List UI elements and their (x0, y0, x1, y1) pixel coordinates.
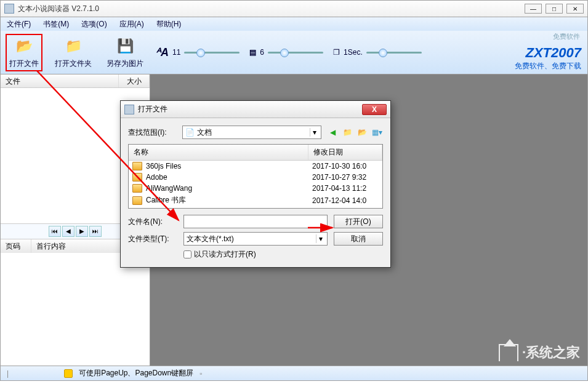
statusbar: | 可使用PageUp、PageDown键翻屏 ▫ (0, 366, 588, 381)
lightbulb-icon (64, 369, 73, 378)
menu-app[interactable]: 应用(A) (119, 19, 144, 30)
font-size-value: 11 (172, 48, 180, 57)
file-row[interactable]: 360js Files2017-10-30 16:0 (129, 161, 382, 172)
menu-bookmark[interactable]: 书签(M) (43, 19, 69, 30)
filetype-value: 文本文件(*.txt) (187, 234, 316, 244)
menu-file[interactable]: 文件(F) (7, 19, 31, 30)
file-name: 360js Files (146, 162, 310, 170)
doc-icon: 📄 (185, 128, 195, 137)
open-file-icon: 📂 (14, 36, 34, 56)
font-size-slider[interactable] (184, 52, 240, 54)
combo-arrow-icon: ▾ (316, 234, 324, 243)
new-folder-button[interactable]: 📂 (356, 126, 368, 138)
col-size[interactable]: 大小 (119, 74, 150, 87)
app-icon (4, 4, 14, 14)
maximize-button[interactable]: □ (546, 4, 563, 14)
open-button[interactable]: 打开(O) (334, 215, 383, 228)
line-gap-value: 6 (260, 48, 264, 57)
watermark-house-icon (499, 344, 518, 361)
file-row[interactable]: Adobe2017-10-27 9:32 (129, 172, 382, 183)
open-folder-button[interactable]: 📁 打开文件夹 (52, 35, 94, 70)
readonly-checkbox[interactable] (183, 250, 191, 258)
open-folder-label: 打开文件夹 (55, 58, 92, 69)
file-row[interactable]: Calibre 书库2017-12-04 14:0 (129, 194, 382, 207)
minimize-button[interactable]: — (525, 4, 542, 14)
folder-icon (132, 173, 142, 182)
dialog-icon (124, 105, 134, 114)
line-gap-icon: ▤ (249, 48, 256, 57)
nav-first-button[interactable]: ⏮ (49, 226, 61, 237)
status-page-icon: ▫ (199, 369, 202, 378)
folder-icon (132, 162, 142, 170)
file-name: Adobe (146, 173, 310, 182)
brand-top-text: 免费软件 (553, 32, 580, 41)
watermark: ·系统之家 (499, 343, 580, 362)
back-button[interactable]: ◀ (326, 126, 339, 138)
line-gap-control: ▤ 6 (249, 48, 323, 57)
up-folder-button[interactable]: 📁 (341, 126, 353, 138)
nav-prev-button[interactable]: ◀ (62, 226, 75, 237)
pages-icon: ❐ (333, 48, 340, 57)
lookin-combo[interactable]: 📄 文档 ▾ (182, 126, 321, 139)
dialog-titlebar[interactable]: 打开文件 X (121, 101, 390, 118)
interval-value: 1Sec. (344, 48, 363, 57)
file-name: Calibre 书库 (146, 195, 310, 206)
brand-subtitle: 免费软件、免费下载 (515, 61, 581, 71)
window-titlebar: 文本小说阅读器 V2.7.1.0 — □ ✕ (0, 0, 588, 17)
open-file-button[interactable]: 📂 打开文件 (6, 34, 42, 71)
filetype-combo[interactable]: 文本文件(*.txt) ▾ (183, 232, 328, 246)
lookin-value: 文档 (195, 127, 310, 138)
open-file-dialog: 打开文件 X 查找范围(I): 📄 文档 ▾ ◀ 📁 📂 ▦▾ 名称 修改日期 … (120, 100, 391, 268)
save-icon: 💾 (115, 36, 135, 56)
status-tip: 可使用PageUp、PageDown键翻屏 (79, 368, 193, 378)
col-name[interactable]: 名称 (129, 145, 308, 160)
open-folder-icon: 📁 (63, 36, 83, 56)
window-title: 文本小说阅读器 V2.7.1.0 (18, 4, 525, 14)
col-date[interactable]: 修改日期 (308, 145, 382, 160)
interval-slider[interactable] (366, 52, 422, 54)
toolbar: 📂 打开文件 📁 打开文件夹 💾 另存为图片 ᴬA 11 ▤ 6 ❐ 1Sec.… (0, 31, 588, 74)
interval-control: ❐ 1Sec. (333, 48, 422, 57)
file-browser-header: 名称 修改日期 (129, 145, 382, 161)
combo-arrow-icon: ▾ (310, 128, 318, 137)
status-sep: | (7, 369, 9, 378)
watermark-text: ·系统之家 (522, 343, 580, 362)
file-name: AliWangWang (146, 184, 310, 193)
close-button[interactable]: ✕ (566, 4, 584, 14)
page-list-body[interactable] (1, 253, 150, 366)
file-date: 2017-04-13 11:2 (310, 184, 382, 193)
save-image-button[interactable]: 💾 另存为图片 (104, 35, 146, 70)
filename-input[interactable] (183, 215, 328, 228)
line-gap-slider[interactable] (268, 52, 323, 54)
menubar: 文件(F) 书签(M) 选项(O) 应用(A) 帮助(H) (0, 17, 588, 31)
nav-next-button[interactable]: ▶ (76, 226, 88, 237)
cancel-button[interactable]: 取消 (334, 232, 383, 246)
folder-icon (132, 196, 142, 205)
filetype-label: 文件类型(T): (128, 234, 177, 244)
lookin-label: 查找范围(I): (128, 127, 177, 138)
col-page[interactable]: 页码 (1, 239, 31, 253)
font-size-control: ᴬA 11 (156, 46, 240, 59)
file-date: 2017-10-27 9:32 (310, 173, 382, 182)
open-file-label: 打开文件 (9, 58, 39, 69)
dialog-close-button[interactable]: X (362, 104, 387, 115)
file-browser[interactable]: 名称 修改日期 360js Files2017-10-30 16:0Adobe2… (128, 144, 383, 209)
nav-last-button[interactable]: ⏭ (89, 226, 102, 237)
font-icon: ᴬA (156, 46, 169, 59)
filename-label: 文件名(N): (128, 217, 177, 227)
file-list-header: 文件 大小 (1, 74, 150, 88)
col-file[interactable]: 文件 (1, 74, 119, 87)
view-menu-button[interactable]: ▦▾ (371, 126, 383, 138)
menu-help[interactable]: 帮助(H) (156, 19, 182, 30)
brand-logo: ZXT2007 (515, 45, 581, 61)
brand: ZXT2007 免费软件、免费下载 (515, 45, 581, 71)
folder-icon (132, 184, 142, 193)
file-date: 2017-10-30 16:0 (310, 162, 382, 170)
dialog-title: 打开文件 (138, 104, 362, 114)
menu-options[interactable]: 选项(O) (81, 19, 107, 30)
save-image-label: 另存为图片 (107, 58, 143, 69)
readonly-label: 以只读方式打开(R) (194, 249, 256, 260)
file-row[interactable]: AliWangWang2017-04-13 11:2 (129, 183, 382, 194)
file-date: 2017-12-04 14:0 (310, 196, 382, 205)
